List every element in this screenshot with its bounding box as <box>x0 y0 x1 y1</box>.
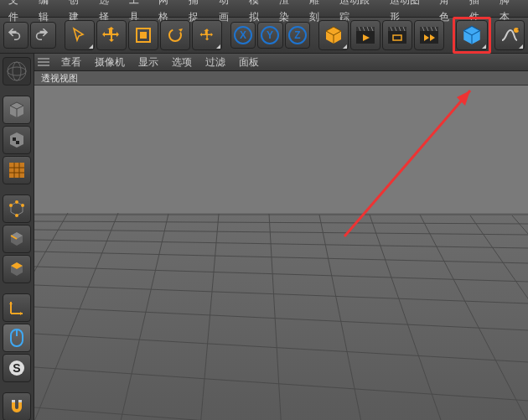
svg-line-54 <box>512 215 528 420</box>
svg-line-40 <box>34 285 528 303</box>
svg-point-18 <box>8 62 26 80</box>
globe-button[interactable] <box>3 57 31 86</box>
svg-text:S: S <box>13 361 20 375</box>
dropdown-corner-icon <box>89 44 93 49</box>
svg-point-26 <box>9 204 13 207</box>
texture-mode-button[interactable] <box>3 126 31 154</box>
viewport-label: 透视视图 <box>34 71 528 86</box>
scale-button[interactable] <box>128 20 158 50</box>
primitive-cube-button[interactable] <box>318 20 349 50</box>
vmenu-view[interactable]: 查看 <box>56 55 86 70</box>
globe-icon <box>6 60 28 82</box>
live-select-button[interactable] <box>65 20 95 50</box>
svg-line-48 <box>194 214 219 420</box>
svg-text:X: X <box>240 29 246 41</box>
svg-point-19 <box>8 67 26 75</box>
svg-rect-21 <box>13 137 16 141</box>
vmenu-panel[interactable]: 面板 <box>234 55 264 70</box>
vmenu-display[interactable]: 显示 <box>133 55 163 70</box>
dropdown-corner-icon <box>519 44 523 49</box>
cube-poly-icon <box>7 259 27 279</box>
svg-rect-33 <box>18 400 22 402</box>
main-area: 查看 摄像机 显示 选项 过滤 面板 透视视图 <box>34 54 528 420</box>
grip-icon[interactable] <box>38 58 53 66</box>
svg-line-46 <box>34 213 118 420</box>
axis-x-button[interactable]: X <box>230 22 256 49</box>
svg-point-20 <box>13 62 21 80</box>
svg-point-25 <box>21 204 24 207</box>
svg-text:Y: Y <box>267 29 273 41</box>
magnet-icon <box>8 397 26 416</box>
svg-line-49 <box>269 214 286 420</box>
mouse-button[interactable] <box>3 324 31 352</box>
highlight-annotation <box>453 17 491 54</box>
axis-icon <box>8 298 26 317</box>
cube-blue-icon <box>461 24 483 46</box>
clapper-range-icon <box>387 26 407 44</box>
svg-line-53 <box>470 215 528 420</box>
mouse-icon <box>8 328 25 348</box>
model-mode-button[interactable] <box>3 96 31 124</box>
svg-rect-22 <box>16 141 19 144</box>
cube-solid-icon <box>7 100 27 120</box>
anim-play-button[interactable] <box>350 20 380 50</box>
redo-button[interactable] <box>30 22 55 49</box>
clapper-play-icon <box>355 26 375 44</box>
clapper-fwd-icon <box>419 26 439 44</box>
svg-line-41 <box>34 307 528 330</box>
rotate-button[interactable] <box>160 20 190 50</box>
move-icon <box>102 26 121 44</box>
vmenu-filter[interactable]: 过滤 <box>200 55 230 70</box>
dropdown-corner-icon <box>482 44 486 49</box>
svg-line-35 <box>34 221 528 224</box>
poly-mode-button[interactable] <box>3 255 31 283</box>
point-mode-button[interactable] <box>3 194 31 223</box>
viewport-grid <box>34 86 528 420</box>
checker-cube-icon <box>7 130 27 150</box>
side-toolbar: S <box>0 54 34 420</box>
x-axis-icon: X <box>233 25 253 45</box>
cube-edge-icon <box>7 229 27 249</box>
cursor-icon <box>71 27 88 44</box>
svg-rect-14 <box>420 31 438 44</box>
main-menubar: 文件 编辑 创建 选择 工具 网格 捕捉 动画 模拟 渲染 雕刻 运动跟踪 运动… <box>0 0 528 18</box>
snap-button[interactable]: S <box>3 354 31 382</box>
undo-button[interactable] <box>3 22 28 49</box>
axis-button[interactable] <box>3 293 31 322</box>
svg-line-42 <box>34 334 528 362</box>
scale-icon <box>135 27 152 44</box>
anim-range-button[interactable] <box>382 20 412 50</box>
magnet-button[interactable] <box>3 392 31 420</box>
move-button[interactable] <box>96 20 127 50</box>
grid-icon <box>8 161 26 179</box>
dropdown-corner-icon <box>343 44 347 49</box>
svg-line-52 <box>420 215 528 420</box>
axis-z-button[interactable]: Z <box>285 22 310 49</box>
axis-y-button[interactable]: Y <box>257 22 282 49</box>
cube-points-icon <box>7 199 27 219</box>
perspective-viewport[interactable] <box>34 86 528 420</box>
vmenu-options[interactable]: 选项 <box>167 55 197 70</box>
svg-text:Z: Z <box>294 29 300 41</box>
anim-key-button[interactable] <box>414 20 444 50</box>
undo-icon <box>8 29 24 42</box>
edge-mode-button[interactable] <box>3 225 31 253</box>
svg-line-47 <box>101 214 168 420</box>
svg-point-27 <box>15 214 18 217</box>
dropdown-corner-icon <box>216 44 220 49</box>
vmenu-camera[interactable]: 摄像机 <box>90 55 130 70</box>
spline-button[interactable]: + <box>494 20 525 50</box>
svg-line-36 <box>34 230 528 235</box>
svg-text:+: + <box>517 27 520 33</box>
svg-line-37 <box>34 240 528 248</box>
last-tool-button[interactable] <box>192 20 222 50</box>
rotate-icon <box>166 26 184 44</box>
svg-line-43 <box>34 367 528 401</box>
viewport-menubar: 查看 摄像机 显示 选项 过滤 面板 <box>34 54 528 71</box>
y-axis-icon: Y <box>260 25 280 45</box>
add-cube-button[interactable] <box>456 20 488 50</box>
svg-rect-1 <box>140 32 147 39</box>
svg-line-38 <box>34 251 528 263</box>
redo-icon <box>35 29 52 42</box>
uv-mode-button[interactable] <box>3 156 31 184</box>
